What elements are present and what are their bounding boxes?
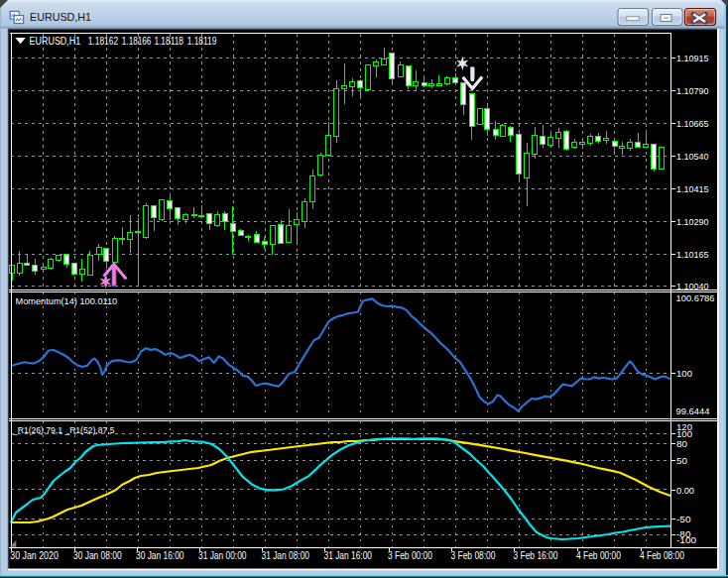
svg-text:4 Feb 08:00: 4 Feb 08:00 — [640, 550, 684, 561]
svg-text:100: 100 — [676, 368, 692, 379]
svg-text:99.6444: 99.6444 — [676, 405, 710, 416]
svg-text:_R1(26),79,1 _R1(52),87,5: _R1(26),79,1 _R1(52),87,5 — [12, 424, 114, 435]
svg-text:Momentum(14) 100.0110: Momentum(14) 100.0110 — [16, 295, 118, 306]
svg-text:1.18166: 1.18166 — [122, 36, 152, 47]
svg-text:3 Feb 00:00: 3 Feb 00:00 — [388, 550, 432, 561]
svg-text:100.6786: 100.6786 — [676, 292, 715, 303]
svg-text:1.10290: 1.10290 — [676, 216, 709, 227]
svg-text:0.00: 0.00 — [676, 485, 694, 496]
svg-text:EURUSD,H1: EURUSD,H1 — [30, 36, 81, 47]
svg-text:-100: -100 — [676, 534, 696, 545]
svg-text:1.10415: 1.10415 — [676, 183, 709, 194]
svg-text:50: 50 — [676, 455, 687, 466]
svg-text:31 Jan 00:00: 31 Jan 00:00 — [198, 550, 247, 561]
svg-text:31 Jan 16:00: 31 Jan 16:00 — [324, 550, 373, 561]
svg-text:30 Jan 16:00: 30 Jan 16:00 — [136, 550, 184, 561]
svg-text:3 Feb 16:00: 3 Feb 16:00 — [514, 550, 558, 561]
svg-text:1.10040: 1.10040 — [676, 281, 709, 291]
svg-text:30 Jan 08:00: 30 Jan 08:00 — [73, 550, 122, 561]
svg-text:1.10665: 1.10665 — [676, 118, 709, 129]
svg-text:3 Feb 08:00: 3 Feb 08:00 — [451, 550, 496, 561]
svg-text:4 Feb 00:00: 4 Feb 00:00 — [576, 550, 621, 561]
svg-text:80: 80 — [676, 438, 687, 449]
svg-text:1.10540: 1.10540 — [676, 151, 709, 162]
svg-text:1.10165: 1.10165 — [676, 249, 709, 260]
svg-text:31 Jan 08:00: 31 Jan 08:00 — [262, 550, 310, 561]
svg-text:1.18119: 1.18119 — [187, 36, 217, 47]
svg-text:1.18118: 1.18118 — [154, 36, 183, 47]
svg-text:1.10790: 1.10790 — [676, 85, 709, 96]
svg-text:-50: -50 — [676, 514, 691, 524]
svg-text:1.18162: 1.18162 — [88, 36, 119, 47]
svg-text:30 Jan 2020: 30 Jan 2020 — [10, 550, 59, 561]
svg-text:EURUSD,H1: EURUSD,H1 — [30, 11, 91, 23]
svg-text:1.10915: 1.10915 — [676, 53, 709, 63]
